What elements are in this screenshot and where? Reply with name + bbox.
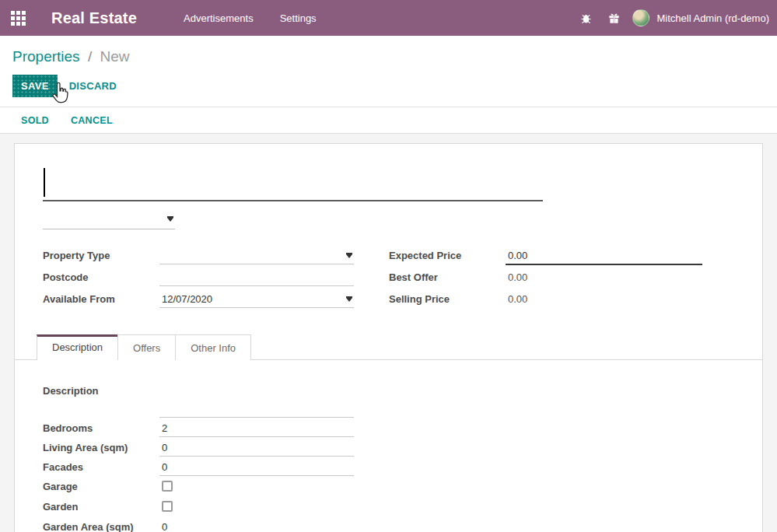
field-row: Available From 12/07/2020: [43, 289, 354, 310]
field-row: Best Offer 0.00: [389, 268, 702, 289]
mouse-cursor-hand-icon: [50, 82, 70, 104]
field-row: Property Type: [43, 246, 354, 267]
breadcrumb-separator: /: [88, 48, 92, 65]
property-type-select[interactable]: [159, 246, 354, 264]
selling-price-value: 0.00: [506, 289, 702, 308]
notebook-tabs: Description Offers Other Info: [15, 334, 762, 360]
nav-menu: Advertisements Settings: [180, 8, 320, 29]
text-cursor-caret: [44, 168, 45, 197]
bug-icon[interactable]: [576, 8, 597, 28]
save-button[interactable]: SAVE: [12, 75, 58, 97]
selling-price-label: Selling Price: [389, 289, 506, 305]
garden-area-input[interactable]: 0: [159, 518, 354, 532]
chevron-down-icon: [167, 218, 173, 222]
garden-area-label: Garden Area (sqm): [43, 518, 159, 532]
best-offer-label: Best Offer: [389, 268, 506, 283]
apps-grid-icon: [11, 11, 26, 26]
property-title-input[interactable]: [43, 166, 543, 201]
form-statusbar: SOLD CANCEL: [0, 107, 777, 134]
tab-description[interactable]: Description: [37, 334, 118, 360]
menu-settings[interactable]: Settings: [277, 8, 320, 29]
save-button-label: SAVE: [21, 80, 49, 92]
user-menu[interactable]: Mitchell Admin (rd-demo): [657, 12, 770, 24]
available-from-label: Available From: [43, 289, 159, 305]
field-row: Garage: [43, 478, 354, 497]
form-sheet: Property Type Postcode Available From: [14, 143, 763, 532]
bedrooms-input[interactable]: 2: [159, 419, 354, 437]
navbar-right: Mitchell Admin (rd-demo): [576, 8, 770, 28]
field-row: Facades 0: [43, 458, 354, 476]
field-row: Living Area (sqm) 0: [43, 439, 354, 457]
living-area-input[interactable]: 0: [159, 439, 354, 457]
field-row: Selling Price 0.00: [389, 289, 702, 310]
field-row: Garden Area (sqm) 0: [43, 518, 354, 532]
gift-icon[interactable]: [604, 8, 625, 28]
apps-menu-button[interactable]: [0, 11, 36, 26]
garden-label: Garden: [43, 498, 159, 513]
field-row: Description: [43, 382, 354, 418]
user-avatar[interactable]: [632, 9, 649, 26]
available-from-datepicker[interactable]: 12/07/2020: [159, 289, 354, 308]
chevron-down-icon: [346, 298, 352, 302]
best-offer-value: 0.00: [506, 268, 702, 286]
menu-advertisements[interactable]: Advertisements: [180, 8, 257, 29]
cancel-button[interactable]: CANCEL: [71, 115, 113, 126]
field-row: Bedrooms 2: [43, 419, 354, 437]
tab-offers[interactable]: Offers: [117, 334, 176, 360]
field-groups: Property Type Postcode Available From: [43, 246, 734, 311]
garden-checkbox[interactable]: [162, 501, 173, 512]
form-view-background: Property Type Postcode Available From: [0, 134, 777, 532]
field-row: Garden: [43, 498, 354, 517]
breadcrumb: Properties / New: [12, 47, 765, 67]
garage-checkbox[interactable]: [162, 481, 173, 492]
expected-price-label: Expected Price: [389, 246, 506, 261]
description-tab-pane: Description Bedrooms 2 Living Area (sqm)…: [43, 360, 734, 532]
postcode-input[interactable]: [159, 268, 354, 286]
garage-label: Garage: [43, 478, 159, 492]
chevron-down-icon: [346, 254, 352, 258]
app-title: Real Estate: [51, 9, 137, 27]
living-area-label: Living Area (sqm): [43, 439, 159, 453]
postcode-label: Postcode: [43, 268, 159, 283]
sold-button[interactable]: SOLD: [21, 115, 49, 126]
bedrooms-label: Bedrooms: [43, 419, 159, 434]
expected-price-input[interactable]: 0.00: [506, 246, 702, 265]
top-navbar: Real Estate Advertisements Settings Mitc…: [0, 0, 777, 36]
property-type-label: Property Type: [43, 246, 159, 261]
facades-input[interactable]: 0: [159, 458, 354, 476]
breadcrumb-properties-link[interactable]: Properties: [12, 48, 80, 65]
breadcrumb-current: New: [100, 48, 129, 65]
control-panel: Properties / New SAVE DISCARD: [0, 36, 777, 107]
field-row: Expected Price 0.00: [389, 246, 702, 267]
field-row: Postcode: [43, 268, 354, 289]
tab-other-info[interactable]: Other Info: [175, 334, 251, 360]
left-field-group: Property Type Postcode Available From: [43, 246, 354, 311]
description-label: Description: [43, 382, 159, 397]
description-textarea[interactable]: [159, 382, 354, 418]
facades-label: Facades: [43, 458, 159, 473]
control-panel-buttons: SAVE DISCARD: [12, 75, 765, 97]
right-field-group: Expected Price 0.00 Best Offer 0.00 Sell…: [389, 246, 702, 311]
property-tags-input[interactable]: [43, 209, 175, 229]
discard-button[interactable]: DISCARD: [69, 80, 117, 92]
